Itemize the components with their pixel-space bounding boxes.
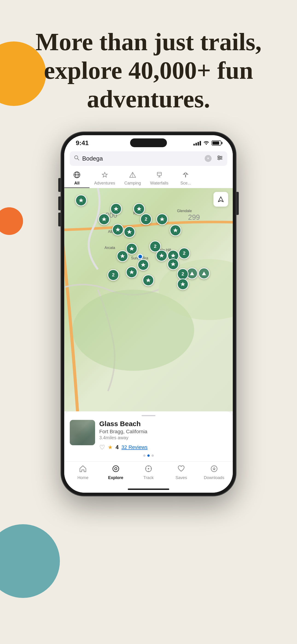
tab-camping-icon <box>129 171 136 180</box>
svg-rect-13 <box>157 172 162 176</box>
card-title[interactable]: Glass Beach <box>99 420 227 428</box>
map-area[interactable]: 200 299 255 Korb Allia Arcata Glendale S… <box>64 188 233 411</box>
status-icons <box>194 140 221 146</box>
tab-adventures[interactable]: Adventures <box>90 168 120 188</box>
map-marker-18[interactable] <box>177 278 188 290</box>
tab-bar-downloads[interactable]: Downloads <box>202 465 226 480</box>
tab-bar-home-label: Home <box>77 476 88 480</box>
phone-screen: 9:41 <box>64 135 233 493</box>
svg-marker-17 <box>186 172 188 174</box>
card-rating: ♡ ★ 4 32 Reviews <box>99 444 227 451</box>
svg-point-27 <box>113 466 119 472</box>
tab-all[interactable]: All <box>64 168 90 188</box>
hero-title: More than just trails, explore 40,000+ f… <box>18 28 278 114</box>
svg-point-6 <box>220 157 222 158</box>
map-marker-19[interactable] <box>142 274 154 286</box>
navigate-button[interactable] <box>214 192 228 206</box>
tab-bar-explore-label: Explore <box>108 476 124 480</box>
location-card: Glass Beach Fort Bragg, California 3.4mi… <box>64 411 233 461</box>
battery-icon <box>212 140 221 146</box>
map-cluster-4[interactable]: 2 <box>108 269 119 281</box>
map-marker-4[interactable] <box>98 214 110 225</box>
search-clear-button[interactable]: × <box>205 155 212 162</box>
dynamic-island <box>130 138 167 147</box>
map-marker-13[interactable] <box>138 259 149 271</box>
decorative-circle-teal <box>0 524 60 598</box>
map-marker-11[interactable] <box>156 250 168 262</box>
phone-mockup: 9:41 <box>0 127 297 519</box>
svg-marker-26 <box>202 272 206 275</box>
tab-bar-track-label: Track <box>144 476 154 480</box>
map-marker-15[interactable] <box>126 266 138 278</box>
map-marker-3[interactable] <box>133 203 145 215</box>
svg-text:299: 299 <box>188 213 200 221</box>
card-distance: 3.4miles away <box>99 435 227 440</box>
map-marker-2[interactable] <box>110 203 122 215</box>
map-cluster-5[interactable]: 2 <box>177 268 188 280</box>
svg-point-5 <box>218 156 220 157</box>
card-content: Glass Beach Fort Bragg, California 3.4mi… <box>70 420 227 451</box>
explore-icon <box>112 465 120 474</box>
svg-line-1 <box>78 159 79 160</box>
tab-adventures-icon <box>101 171 108 180</box>
tab-bar-saves[interactable]: Saves <box>170 465 193 480</box>
card-handle <box>142 415 156 416</box>
map-marker-14[interactable] <box>168 258 179 270</box>
home-indicator <box>64 487 233 493</box>
tab-bar-track[interactable]: Track <box>137 465 160 480</box>
map-marker-17[interactable] <box>198 268 210 279</box>
pagination-dot-2 <box>147 454 150 457</box>
place-label-arcata: Arcata <box>104 246 115 250</box>
tab-waterfalls[interactable]: Waterfalls <box>146 168 173 188</box>
svg-point-30 <box>148 468 149 470</box>
home-bar <box>128 488 169 490</box>
home-icon <box>79 465 87 474</box>
tab-scenic-label: Sce... <box>180 181 191 186</box>
rating-number: 4 <box>116 444 118 450</box>
tab-bar-downloads-label: Downloads <box>204 476 224 480</box>
status-time: 9:41 <box>76 139 89 147</box>
tab-scenic-icon <box>182 171 189 180</box>
tab-all-icon <box>74 171 80 180</box>
signal-bars-icon <box>194 140 201 146</box>
map-marker-8[interactable] <box>170 224 181 236</box>
tab-adventures-label: Adventures <box>94 181 115 186</box>
svg-marker-18 <box>182 172 186 174</box>
map-cluster-1[interactable]: 2 <box>140 214 152 225</box>
tab-bar-saves-label: Saves <box>176 476 187 480</box>
card-info: Glass Beach Fort Bragg, California 3.4mi… <box>99 420 227 451</box>
user-location-dot <box>138 254 143 259</box>
reviews-link[interactable]: 32 Reviews <box>121 444 148 450</box>
svg-point-7 <box>218 158 220 160</box>
search-input[interactable]: Bodega <box>82 155 202 162</box>
map-cluster-3[interactable]: 2 <box>178 248 190 259</box>
tab-bar-home[interactable]: Home <box>71 465 94 480</box>
map-marker-9[interactable] <box>126 243 138 254</box>
svg-rect-19 <box>185 174 186 177</box>
tab-bar-explore[interactable]: Explore <box>104 465 127 480</box>
card-image[interactable] <box>70 420 95 445</box>
map-marker-6[interactable] <box>112 224 124 236</box>
pagination-dot-1 <box>143 454 146 457</box>
place-label-glendale: Glendale <box>177 209 192 213</box>
map-marker-5[interactable] <box>156 214 168 225</box>
map-marker-1[interactable] <box>75 195 87 206</box>
search-container: Bodega × <box>64 148 233 168</box>
category-tabs: All Adventures <box>64 168 233 188</box>
tab-waterfalls-label: Waterfalls <box>150 181 168 186</box>
pagination-dots <box>70 454 227 457</box>
search-filter-button[interactable] <box>217 154 223 162</box>
map-marker-10[interactable] <box>117 250 128 262</box>
heart-icon[interactable]: ♡ <box>99 444 105 451</box>
map-marker-7[interactable] <box>124 226 135 238</box>
tab-all-label: All <box>74 181 80 186</box>
phone-frame: 9:41 <box>61 132 236 496</box>
hero-section: More than just trails, explore 40,000+ f… <box>0 0 297 127</box>
search-bar[interactable]: Bodega × <box>70 151 227 166</box>
track-icon <box>144 465 152 474</box>
card-subtitle: Fort Bragg, California <box>99 429 227 435</box>
downloads-icon <box>210 465 218 474</box>
tab-camping[interactable]: Camping <box>120 168 146 188</box>
search-icon <box>74 155 80 162</box>
tab-scenic[interactable]: Sce... <box>173 168 198 188</box>
